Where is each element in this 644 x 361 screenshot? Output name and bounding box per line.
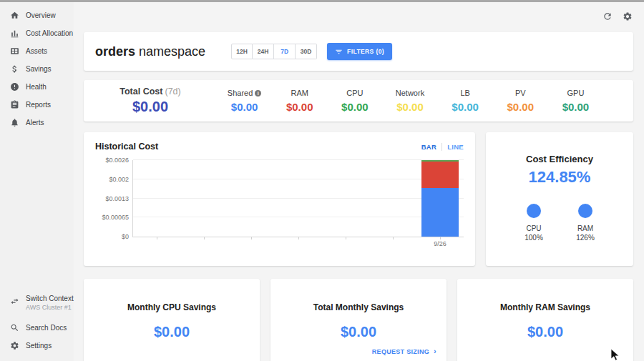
filters-button[interactable]: FILTERS (0) [327,43,392,60]
time-range-24h[interactable]: 24H [253,44,274,59]
donut-label: RAM [567,224,604,232]
sidebar-item-cost-allocation[interactable]: Cost Allocation [0,24,74,42]
donut-percent: 100% [515,234,552,242]
chart-xtick [204,237,205,239]
settings-label: Settings [26,342,52,350]
sidebar-item-assets[interactable]: Assets [0,42,74,60]
filters-button-label: FILTERS (0) [347,48,384,55]
ram-donut-box: RAM 126% [567,204,604,242]
sidebar-item-reports[interactable]: Reports [0,96,74,114]
page-title-type: namespace [135,44,205,59]
chart-ytick-label: $0.00065 [102,214,129,221]
stat-value: $0.00 [327,101,382,113]
savings-title: Total Monthly Savings [270,302,447,312]
time-range-12h[interactable]: 12H [231,44,253,59]
dollar-icon [9,64,19,74]
clipboard-icon [9,100,19,110]
chart-xtick [298,237,299,239]
sidebar-item-overview[interactable]: Overview [0,6,74,24]
time-range-7d[interactable]: 7D [274,44,296,59]
page-title: orders namespace [95,44,205,59]
stat-pv: PV $0.00 [493,89,548,113]
request-sizing-link[interactable]: REQUEST SIZING › [372,347,436,355]
grid-card-icon [9,46,19,56]
stat-total-cost: Total Cost (7d) $0.00 [84,86,217,115]
chart-xtick [393,237,394,239]
chart-title: Historical Cost [95,142,158,152]
cpu-donut-chart [527,204,541,218]
monthly-cpu-savings-card: Monthly CPU Savings $0.00 [84,279,260,361]
chart-ytick-label: $0.0013 [105,195,129,202]
efficiency-donuts: CPU 100% RAM 126% [486,204,633,242]
time-range-group: 12H 24H 7D 30D [231,44,317,59]
stat-value: $0.00 [84,99,217,115]
sidebar-item-label: Overview [26,11,56,19]
stat-value: $0.00 [493,101,548,113]
cost-efficiency-card: Cost Efficiency 124.85% CPU 100% RAM 126… [486,132,633,266]
stat-lb: LB $0.00 [438,89,493,113]
time-range-30d[interactable]: 30D [296,44,317,59]
savings-title: Monthly CPU Savings [84,302,260,312]
bar-segment-ram[interactable] [421,162,459,188]
sidebar-item-switch-context[interactable]: Switch Context AWS Cluster #1 [0,293,74,319]
ram-donut-chart [578,204,592,218]
sidebar-item-alerts[interactable]: Alerts [0,114,74,132]
sidebar-item-health[interactable]: Health [0,78,74,96]
efficiency-value: 124.85% [486,168,633,187]
chart-ytick-label: $0.0026 [105,157,129,164]
stat-label: Shared i [217,89,272,97]
sidebar-item-label: Reports [26,101,51,109]
savings-value: $0.00 [84,324,260,340]
bar-segment-other[interactable] [421,160,459,162]
bar-segment-cpu[interactable] [421,188,459,237]
chart-gridline [133,159,464,160]
gear-icon[interactable] [622,11,633,21]
toggle-line[interactable]: LINE [447,143,464,151]
search-docs-label: Search Docs [26,324,67,332]
sidebar-item-settings[interactable]: Settings [0,337,74,355]
sidebar-item-label: Assets [26,47,47,55]
sidebar-item-label: Savings [26,65,52,73]
chart-gridline [133,179,464,179]
refresh-icon[interactable] [602,11,613,21]
home-icon [9,11,19,21]
sidebar-item-search-docs[interactable]: Search Docs [0,319,74,337]
chart-ytick-label: $0.002 [109,176,129,183]
chart-area: $0$0.00065$0.0013$0.002$0.00269/26 [95,159,464,250]
page-header-card: orders namespace 12H 24H 7D 30D FILTERS … [84,32,633,71]
chart-gridline [133,217,464,217]
sidebar-item-savings[interactable]: Savings [0,60,74,78]
efficiency-title: Cost Efficiency [486,154,633,164]
info-icon[interactable]: i [255,90,261,97]
chart-xtick [440,237,441,239]
page-title-name: orders [95,44,135,59]
cpu-donut-box: CPU 100% [515,204,552,242]
donut-percent: 126% [567,234,604,242]
stat-cpu: CPU $0.00 [327,89,382,113]
gear-icon [9,341,19,351]
chart-xtick [346,237,346,239]
stat-value: $0.00 [438,101,493,113]
chart-xtick [251,237,252,239]
stat-value: $0.00 [217,101,272,113]
filter-icon [335,48,343,56]
savings-value: $0.00 [270,324,447,340]
chart-ytick-label: $0 [122,233,129,240]
chart-view-toggle: BAR LINE [421,143,464,151]
toggle-separator [441,143,442,151]
top-gray-strip [0,0,644,2]
toggle-bar[interactable]: BAR [421,143,436,151]
sidebar-item-label: Health [26,83,47,91]
bell-icon [9,118,19,128]
cluster-name: AWS Cluster #1 [26,304,74,311]
chart-xtick [157,237,157,239]
sidebar-item-label: Cost Allocation [26,29,73,37]
sidebar: Overview Cost Allocation Assets Savings … [0,2,74,361]
health-icon [9,82,19,92]
historical-cost-card: Historical Cost BAR LINE $0$0.00065$0.00… [84,132,475,266]
chart-plot: $0$0.00065$0.0013$0.002$0.00269/26 [132,160,464,237]
monthly-ram-savings-card: Monthly RAM Savings $0.00 [457,279,633,361]
bar-chart-icon [9,29,19,39]
savings-value: $0.00 [457,324,633,340]
stat-shared: Shared i $0.00 [217,89,272,113]
